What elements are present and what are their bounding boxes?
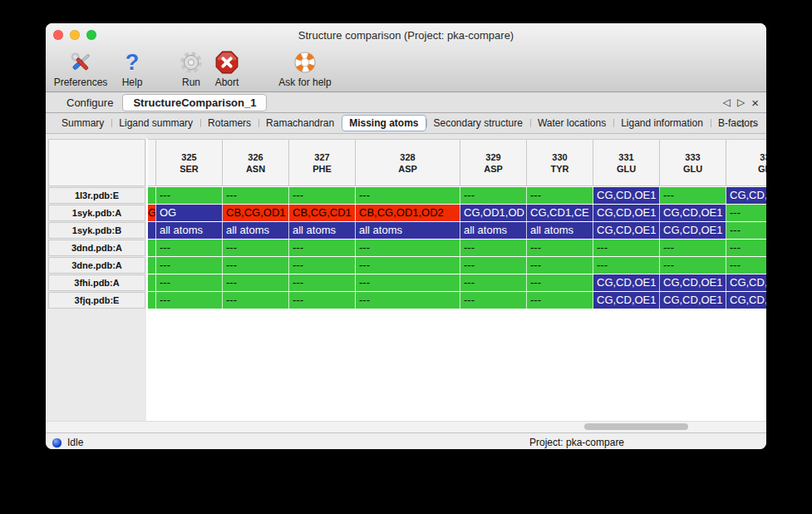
data-cell: --- [726, 257, 766, 274]
table-row: 1syk.pdb:AGOGCB,CG,OD1CB,CG,CD1CB,CG,OD1… [48, 205, 766, 221]
data-cell: CG,CD,OE1 [660, 292, 726, 309]
column-number: 333 [660, 151, 726, 163]
window-chrome: Structure comparison (Project: pka-compa… [46, 23, 766, 92]
column-header-327: 327PHE [289, 139, 356, 186]
subtab-missing-atoms[interactable]: Missing atoms [342, 115, 426, 131]
data-cell: CG,CD,OE1 [726, 292, 766, 309]
column-header-331: 331GLU [593, 139, 660, 186]
column-residue: TYR [527, 163, 593, 175]
stop-icon [205, 48, 249, 77]
lifebuoy-icon [265, 48, 345, 77]
horizontal-scrollbar-thumb[interactable] [584, 423, 688, 430]
data-cell: --- [593, 240, 660, 256]
toolbar-item-label: Preferences [49, 77, 112, 88]
close-button[interactable] [53, 30, 63, 40]
clipped-cell [148, 257, 156, 274]
data-cell: --- [460, 257, 527, 274]
data-cell: --- [460, 274, 527, 291]
data-cell: CG,CD,OE1 [593, 205, 660, 221]
data-cell: --- [289, 292, 356, 309]
table-row: 3dnd.pdb:A--------------------------- [48, 240, 766, 256]
subtab-ligand-summary[interactable]: Ligand summary [111, 116, 200, 131]
window-title: Structure comparison (Project: pka-compa… [46, 23, 766, 48]
data-cell: --- [527, 274, 593, 291]
tab-structurecomparison-1[interactable]: StructureComparison_1 [122, 94, 267, 111]
subtab-water-locations[interactable]: Water locations [530, 116, 613, 131]
data-cell: CG,CD1,CE [527, 205, 593, 221]
traffic-lights [53, 30, 96, 40]
column-header-330: 330TYR [527, 139, 593, 186]
data-cell: --- [156, 187, 223, 204]
data-cell: --- [593, 257, 660, 274]
subtab-summary[interactable]: Summary [54, 116, 111, 131]
tab-scroll-left-icon[interactable]: ◁ [723, 97, 731, 107]
subtab-ligand-information[interactable]: Ligand information [613, 116, 711, 131]
data-cell: --- [356, 187, 460, 204]
data-cell: --- [460, 240, 527, 256]
clipped-cell [148, 187, 156, 204]
data-cell: --- [223, 292, 289, 309]
column-number: 326 [223, 151, 288, 163]
horizontal-scrollbar[interactable] [46, 421, 766, 432]
titlebar[interactable]: Structure comparison (Project: pka-compa… [46, 23, 766, 47]
subtab-rotamers[interactable]: Rotamers [200, 116, 258, 131]
subtab-ramachandran[interactable]: Ramachandran [258, 116, 342, 131]
tab-close-icon[interactable]: × [751, 96, 759, 109]
toolbar-item-ask-for-help[interactable]: Ask for help [265, 48, 345, 88]
data-cell: --- [223, 187, 289, 204]
data-cell: --- [726, 222, 766, 239]
clipped-cell [148, 274, 156, 291]
data-cell: CG,CD,OE1 [593, 274, 660, 291]
column-number: 334 [726, 151, 766, 163]
data-cell: --- [527, 292, 593, 309]
subtab-secondary-structure[interactable]: Secondary structure [426, 116, 530, 131]
app-window: Structure comparison (Project: pka-compa… [46, 23, 766, 449]
toolbar-item-label: Ask for help [265, 77, 345, 88]
data-cell: CG,OD1,OD [460, 205, 527, 221]
zoom-button[interactable] [86, 30, 96, 40]
toolbar-item-abort[interactable]: Abort [205, 48, 249, 88]
row-label: 3dnd.pdb:A [48, 240, 145, 256]
subtab-scroll-right-icon[interactable]: ▷ [751, 118, 758, 129]
minimize-button[interactable] [70, 30, 80, 40]
tools-icon [49, 48, 112, 77]
content-area: 325SER326ASN327PHE328ASP329ASP330TYR331G… [46, 134, 766, 432]
column-header-325: 325SER [156, 139, 223, 186]
toolbar-item-label: Abort [205, 77, 249, 88]
data-cell: --- [223, 274, 289, 291]
data-cell: --- [156, 292, 223, 309]
data-cell: all atoms [356, 222, 460, 239]
data-cell: CG,CD,OE1 [660, 222, 726, 239]
table-clipped-column-header [148, 139, 156, 186]
toolbar: Preferences?HelpRunAbortAsk for help [46, 47, 766, 91]
tab-configure[interactable]: Configure [57, 94, 122, 111]
data-cell: CG,CD,OE1 [660, 205, 726, 221]
row-label: 1syk.pdb:B [48, 222, 145, 239]
clipped-cell [148, 292, 156, 309]
sub-tab-bar: SummaryLigand summaryRotamersRamachandra… [46, 113, 766, 134]
toolbar-item-preferences[interactable]: Preferences [49, 48, 112, 88]
data-cell: all atoms [460, 222, 527, 239]
column-header-328: 328ASP [356, 139, 460, 186]
table-header-row: 325SER326ASN327PHE328ASP329ASP330TYR331G… [48, 139, 766, 186]
toolbar-item-help[interactable]: ?Help [114, 48, 150, 88]
column-residue: ASN [223, 163, 288, 175]
row-label: 1syk.pdb:A [48, 205, 145, 221]
column-residue: ASP [356, 163, 460, 175]
data-cell: CG,CD,OE1 [593, 292, 660, 309]
data-cell: CG,CD,OE1 [726, 274, 766, 291]
row-label: 1l3r.pdb:E [48, 187, 145, 204]
column-header-333: 333GLU [660, 139, 726, 186]
subtab-scroll-left-icon[interactable]: ◁ [736, 118, 743, 129]
data-cell: all atoms [289, 222, 356, 239]
data-cell: all atoms [223, 222, 289, 239]
row-label: 3fhi.pdb:A [48, 274, 145, 291]
data-cell: --- [660, 187, 726, 204]
data-cell: --- [223, 257, 289, 274]
data-cell: --- [527, 240, 593, 256]
data-cell: --- [527, 187, 593, 204]
column-residue: SER [156, 163, 222, 175]
data-cell: --- [356, 257, 460, 274]
tab-scroll-right-icon[interactable]: ▷ [737, 97, 745, 107]
column-number: 331 [593, 151, 659, 163]
